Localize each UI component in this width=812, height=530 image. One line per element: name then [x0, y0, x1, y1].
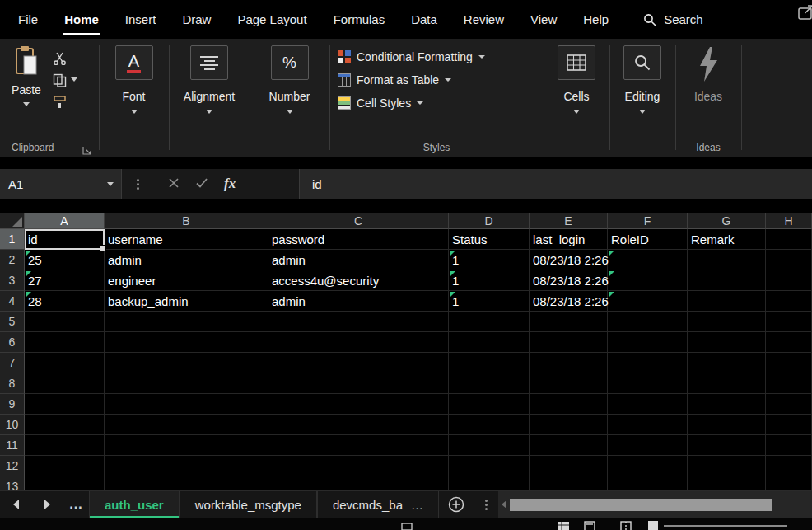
cell-G4[interactable]	[688, 291, 766, 312]
cell-E10[interactable]	[530, 415, 608, 435]
cell-C7[interactable]	[268, 353, 449, 373]
alignment-button[interactable]: Alignment	[169, 39, 250, 157]
cell-E3[interactable]: 08/23/18 2:26	[530, 270, 608, 291]
column-header-G[interactable]: G	[688, 213, 766, 229]
zoom-slider[interactable]	[664, 525, 787, 527]
column-header-E[interactable]: E	[530, 213, 608, 229]
next-sheet-button[interactable]	[31, 491, 63, 518]
cell-E6[interactable]	[530, 332, 608, 353]
format-painter-button[interactable]	[51, 93, 68, 110]
cell-G7[interactable]	[688, 353, 766, 373]
search-button[interactable]: Search	[643, 12, 703, 26]
cell-D6[interactable]	[449, 332, 530, 353]
cell-E11[interactable]	[530, 435, 608, 456]
row-header-7[interactable]: 7	[0, 353, 25, 373]
cell-F11[interactable]	[608, 435, 688, 456]
cell-H1[interactable]	[766, 229, 812, 250]
cell-F8[interactable]	[608, 373, 688, 394]
cell-E13[interactable]	[530, 476, 608, 490]
cell-F4[interactable]	[608, 291, 688, 312]
menu-file[interactable]: File	[5, 0, 51, 39]
cell-C4[interactable]: admin	[268, 291, 449, 312]
column-header-H[interactable]: H	[766, 213, 812, 229]
cell-F10[interactable]	[608, 415, 688, 435]
cell-A11[interactable]	[25, 435, 105, 456]
column-header-F[interactable]: F	[608, 213, 688, 229]
cell-G13[interactable]	[688, 476, 766, 490]
cell-C13[interactable]	[268, 476, 449, 490]
cell-H2[interactable]	[766, 250, 812, 270]
column-header-D[interactable]: D	[449, 213, 530, 229]
row-header-4[interactable]: 4	[0, 291, 25, 312]
row-header-11[interactable]: 11	[0, 435, 25, 456]
cell-F6[interactable]	[608, 332, 688, 353]
cell-A1[interactable]: id	[25, 229, 105, 250]
cell-B11[interactable]	[105, 435, 268, 456]
cell-B8[interactable]	[105, 373, 268, 394]
cell-H8[interactable]	[766, 373, 812, 394]
cell-D4[interactable]: 1	[449, 291, 530, 312]
cell-C10[interactable]	[268, 415, 449, 435]
cut-button[interactable]	[51, 50, 68, 67]
cell-A6[interactable]	[25, 332, 105, 353]
cell-H5[interactable]	[766, 312, 812, 332]
column-header-B[interactable]: B	[105, 213, 268, 229]
cell-A4[interactable]: 28	[25, 291, 105, 312]
cell-D2[interactable]: 1	[449, 250, 530, 270]
cell-A12[interactable]	[25, 456, 105, 476]
cell-B12[interactable]	[105, 456, 268, 476]
name-box[interactable]: A1	[0, 169, 122, 199]
display-settings-icon[interactable]	[401, 521, 413, 530]
cell-D8[interactable]	[449, 373, 530, 394]
cell-G6[interactable]	[688, 332, 766, 353]
cell-B6[interactable]	[105, 332, 268, 353]
sheet-tab-worktable-msgtype[interactable]: worktable_msgtype	[180, 491, 317, 518]
cell-D11[interactable]	[449, 435, 530, 456]
row-header-6[interactable]: 6	[0, 332, 25, 353]
cell-B2[interactable]: admin	[105, 250, 268, 270]
cell-C5[interactable]	[268, 312, 449, 332]
row-header-12[interactable]: 12	[0, 456, 25, 476]
cell-F13[interactable]	[608, 476, 688, 490]
cell-B7[interactable]	[105, 353, 268, 373]
horizontal-scrollbar[interactable]	[498, 491, 812, 518]
cell-H6[interactable]	[766, 332, 812, 353]
copy-button[interactable]	[51, 72, 68, 88]
cell-D10[interactable]	[449, 415, 530, 435]
cell-D9[interactable]	[449, 394, 530, 415]
row-header-1[interactable]: 1	[0, 229, 25, 250]
cell-E2[interactable]: 08/23/18 2:26	[530, 250, 608, 270]
cell-E5[interactable]	[530, 312, 608, 332]
cell-G5[interactable]	[688, 312, 766, 332]
insert-function-button[interactable]: fx	[224, 176, 236, 192]
cell-B10[interactable]	[105, 415, 268, 435]
sheet-options-button[interactable]	[474, 491, 498, 518]
cell-H13[interactable]	[766, 476, 812, 490]
column-header-A[interactable]: A	[25, 213, 105, 229]
menu-insert[interactable]: Insert	[112, 0, 170, 39]
menu-view[interactable]: View	[517, 0, 570, 39]
cell-A10[interactable]	[25, 415, 105, 435]
cell-B3[interactable]: engineer	[105, 270, 268, 291]
menu-data[interactable]: Data	[398, 0, 450, 39]
scrollbar-thumb[interactable]	[510, 499, 772, 511]
cell-D3[interactable]: 1	[449, 270, 530, 291]
cell-G9[interactable]	[688, 394, 766, 415]
cell-H3[interactable]	[766, 270, 812, 291]
name-box-dropdown-arrow[interactable]	[107, 182, 114, 186]
cell-E9[interactable]	[530, 394, 608, 415]
cell-E12[interactable]	[530, 456, 608, 476]
copy-dropdown-arrow[interactable]	[71, 77, 77, 82]
cell-A9[interactable]	[25, 394, 105, 415]
cell-D12[interactable]	[449, 456, 530, 476]
cells-button[interactable]: Cells	[544, 39, 609, 157]
cell-F5[interactable]	[608, 312, 688, 332]
column-header-C[interactable]: C	[268, 213, 449, 229]
paste-button[interactable]: Paste	[7, 45, 46, 106]
cell-G8[interactable]	[688, 373, 766, 394]
cell-C1[interactable]: password	[268, 229, 449, 250]
cell-F1[interactable]: RoleID	[608, 229, 688, 250]
cell-H4[interactable]	[766, 291, 812, 312]
cell-E4[interactable]: 08/23/18 2:26	[530, 291, 608, 312]
font-button[interactable]: A Font	[99, 39, 169, 157]
